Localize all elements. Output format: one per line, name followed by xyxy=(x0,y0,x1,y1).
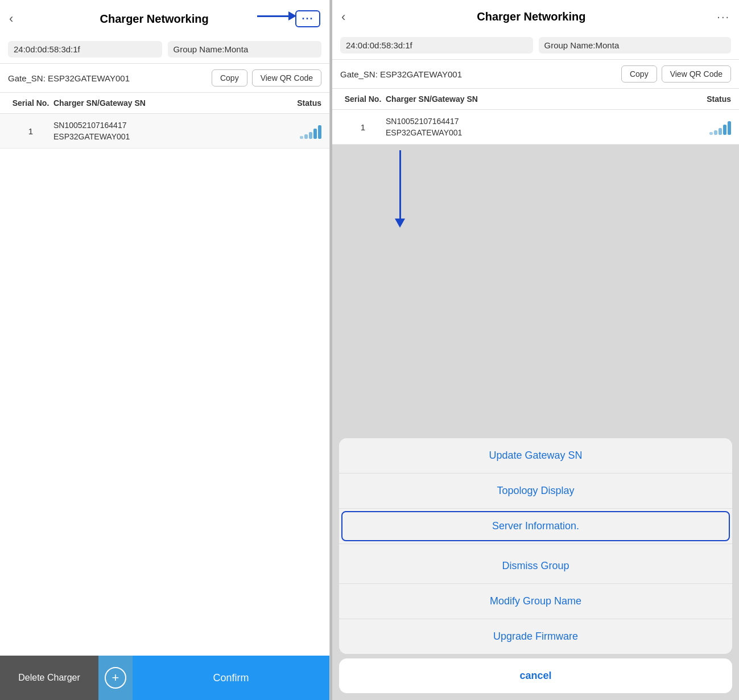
signal-bar-3 xyxy=(309,132,312,139)
left-mac-address: 24:0d:0d:58:3d:1f xyxy=(8,41,162,57)
topology-label: Topology Display xyxy=(497,485,574,496)
arrow-line xyxy=(257,15,288,17)
right-gate-row: Gate_SN: ESP32GATEWAY001 Copy View QR Co… xyxy=(332,60,739,89)
right-back-button[interactable]: ‹ xyxy=(341,11,345,23)
right-table-row: 1 SN10052107164417 ESP32GATEWAY001 xyxy=(332,110,739,145)
left-bottom-bar: Delete Charger + Confirm xyxy=(0,656,329,700)
right-header: ‹ Charger Networking ··· xyxy=(332,0,739,31)
left-col-charger: Charger SN/Gateway SN xyxy=(53,98,276,108)
left-gate-sn-text: Gate_SN: ESP32GATEWAY001 xyxy=(8,73,207,83)
plus-icon: + xyxy=(105,667,126,689)
right-panel: ‹ Charger Networking ··· 24:0d:0d:58:3d:… xyxy=(332,0,739,700)
right-info-row: 24:0d:0d:58:3d:1f Group Name:Monta xyxy=(332,31,739,60)
right-gate-sn-text: Gate_SN: ESP32GATEWAY001 xyxy=(340,69,617,79)
left-more-button[interactable]: ··· xyxy=(295,10,320,27)
right-row-serial: 1 xyxy=(340,122,386,132)
arrow-vertical-line xyxy=(399,150,401,219)
upgrade-firmware-label: Upgrade Firmware xyxy=(493,631,578,642)
right-row-sns: SN10052107164417 ESP32GATEWAY001 xyxy=(386,117,686,137)
left-table-header: Serial No. Charger SN/Gateway SN Status xyxy=(0,93,329,114)
arrow-annotation xyxy=(257,11,296,20)
signal-bar-1 xyxy=(300,136,303,139)
left-screen-title: Charger Networking xyxy=(13,13,295,26)
left-view-qr-button[interactable]: View QR Code xyxy=(252,69,321,87)
left-sn2: ESP32GATEWAY001 xyxy=(53,132,276,141)
right-col-charger: Charger SN/Gateway SN xyxy=(386,94,686,104)
delete-charger-button[interactable]: Delete Charger xyxy=(0,656,98,700)
menu-overlay: Update Gateway SN Topology Display Serve… xyxy=(332,438,739,700)
arrow-head-icon xyxy=(288,11,296,20)
left-sn1: SN10052107164417 xyxy=(53,121,276,130)
left-row-serial: 1 xyxy=(8,126,53,136)
left-col-serial: Serial No. xyxy=(8,98,53,108)
left-header: ‹ Charger Networking ··· xyxy=(0,0,329,35)
confirm-label: Confirm xyxy=(213,672,249,684)
dismiss-group-label: Dismiss Group xyxy=(502,560,569,571)
right-signal-bar-3 xyxy=(719,128,722,135)
right-col-status: Status xyxy=(686,94,731,104)
right-more-button[interactable]: ··· xyxy=(717,10,730,23)
menu-item-server-info[interactable]: Server Information. xyxy=(339,509,732,544)
right-sn2: ESP32GATEWAY001 xyxy=(386,128,686,137)
right-table-header: Serial No. Charger SN/Gateway SN Status xyxy=(332,89,739,110)
left-gate-row: Gate_SN: ESP32GATEWAY001 Copy View QR Co… xyxy=(0,64,329,93)
left-row-sns: SN10052107164417 ESP32GATEWAY001 xyxy=(53,121,276,141)
cancel-label: cancel xyxy=(519,670,551,681)
left-back-button[interactable]: ‹ xyxy=(9,13,13,25)
right-signal-bar-4 xyxy=(723,125,726,135)
right-group-name: Group Name:Monta xyxy=(539,37,732,53)
confirm-button[interactable]: Confirm xyxy=(133,656,329,700)
right-sn1: SN10052107164417 xyxy=(386,117,686,126)
left-table-row: 1 SN10052107164417 ESP32GATEWAY001 xyxy=(0,114,329,149)
down-arrow-annotation xyxy=(395,150,405,228)
signal-bar-4 xyxy=(313,129,317,139)
left-info-row: 24:0d:0d:58:3d:1f Group Name:Monta xyxy=(0,35,329,64)
menu-item-topology[interactable]: Topology Display xyxy=(339,473,732,509)
add-charger-button[interactable]: + xyxy=(98,656,133,700)
signal-bar-5 xyxy=(318,125,321,139)
right-view-qr-button[interactable]: View QR Code xyxy=(662,65,731,83)
menu-item-dismiss-group[interactable]: Dismiss Group xyxy=(339,549,732,584)
right-mac-address: 24:0d:0d:58:3d:1f xyxy=(340,37,533,53)
menu-item-modify-group[interactable]: Modify Group Name xyxy=(339,584,732,619)
right-screen-title: Charger Networking xyxy=(345,10,717,23)
arrow-down-head-icon xyxy=(395,219,405,228)
left-more-dots-icon: ··· xyxy=(302,13,313,25)
left-panel: ‹ Charger Networking ··· 24:0d:0d:58:3d:… xyxy=(0,0,330,700)
modify-group-label: Modify Group Name xyxy=(490,595,581,607)
right-copy-button[interactable]: Copy xyxy=(621,65,657,83)
right-col-serial: Serial No. xyxy=(340,94,386,104)
signal-bar-2 xyxy=(304,134,308,139)
left-col-status: Status xyxy=(276,98,321,108)
right-signal-bar-2 xyxy=(714,130,717,135)
menu-card-main: Update Gateway SN Topology Display Serve… xyxy=(339,438,732,654)
right-signal-bar-1 xyxy=(709,132,713,135)
right-signal-status xyxy=(686,119,731,135)
update-gateway-label: Update Gateway SN xyxy=(489,450,582,461)
left-group-name: Group Name:Monta xyxy=(168,41,322,57)
left-copy-button[interactable]: Copy xyxy=(212,69,247,87)
right-signal-bar-5 xyxy=(728,121,731,135)
server-info-label: Server Information. xyxy=(492,520,579,532)
delete-charger-label: Delete Charger xyxy=(18,673,80,683)
menu-item-upgrade-firmware[interactable]: Upgrade Firmware xyxy=(339,619,732,654)
cancel-button[interactable]: cancel xyxy=(339,658,732,693)
cancel-card: cancel xyxy=(339,658,732,693)
left-signal-status xyxy=(276,123,321,139)
menu-item-update-gateway[interactable]: Update Gateway SN xyxy=(339,438,732,473)
